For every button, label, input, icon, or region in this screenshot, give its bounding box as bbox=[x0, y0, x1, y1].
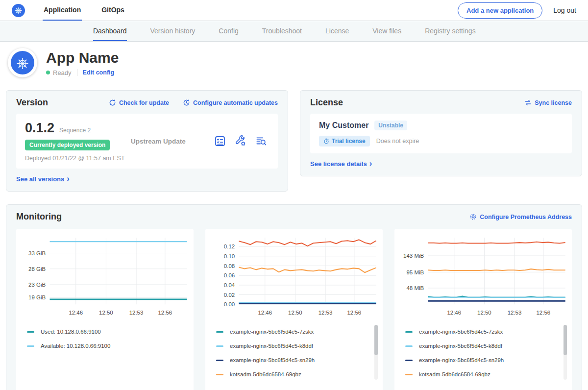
memory-usage-title: Memory Usage bbox=[399, 389, 569, 390]
cpu-usage-chart: 0.000.020.040.060.080.100.1212:4612:5012… bbox=[210, 234, 380, 320]
svg-text:0.12: 0.12 bbox=[224, 244, 235, 249]
legend-swatch bbox=[216, 345, 223, 347]
configure-automatic-updates-link[interactable]: Configure automatic updates bbox=[183, 99, 278, 106]
chevron-right-icon: › bbox=[369, 159, 372, 168]
check-for-update-link[interactable]: Check for update bbox=[109, 99, 169, 106]
svg-text:12:46: 12:46 bbox=[69, 310, 83, 316]
edit-config-link[interactable]: Edit config bbox=[83, 69, 115, 76]
helm-wheel-glyph: ⎈ bbox=[15, 6, 22, 15]
legend-item: example-nginx-5bc6f5d4c5-sn29h bbox=[405, 353, 569, 367]
subnav-tab-license[interactable]: License bbox=[325, 21, 349, 41]
disk-usage-title: Disk Usage bbox=[21, 389, 191, 390]
cpu-usage-card: 0.000.020.040.060.080.100.1212:4612:5012… bbox=[205, 229, 383, 390]
subnav-tab-view-files[interactable]: View files bbox=[372, 21, 401, 41]
divider bbox=[77, 69, 77, 76]
legend-label: example-nginx-5bc6f5d4c5-sn29h bbox=[419, 357, 504, 363]
configure-prometheus-link[interactable]: Configure Prometheus Address bbox=[469, 213, 572, 220]
subnav-tab-dashboard[interactable]: Dashboard bbox=[93, 21, 127, 41]
legend-swatch bbox=[405, 360, 413, 361]
legend-item: example-nginx-5bc6f5d4c5-k8ddf bbox=[405, 339, 569, 353]
svg-text:12:50: 12:50 bbox=[288, 310, 302, 316]
svg-text:12:53: 12:53 bbox=[508, 310, 522, 316]
gear-icon bbox=[469, 213, 477, 220]
legend-scrollbar-thumb[interactable] bbox=[564, 325, 567, 355]
edit-config-wrench-icon[interactable] bbox=[235, 135, 246, 147]
svg-text:12:50: 12:50 bbox=[99, 310, 113, 316]
svg-text:12:53: 12:53 bbox=[318, 310, 333, 316]
svg-text:48 MiB: 48 MiB bbox=[406, 285, 424, 291]
svg-text:12:46: 12:46 bbox=[447, 310, 461, 316]
refresh-icon bbox=[109, 99, 116, 106]
disk-usage-legend: Used: 10.128.0.66:9100Available: 10.128.… bbox=[21, 325, 191, 383]
ready-status-dot bbox=[46, 71, 50, 74]
legend-item: Used: 10.128.0.66:9100 bbox=[27, 325, 191, 339]
svg-text:33 GiB: 33 GiB bbox=[28, 250, 46, 256]
legend-swatch bbox=[405, 374, 413, 375]
upstream-update-label: Upstream Update bbox=[131, 138, 214, 145]
svg-text:0.04: 0.04 bbox=[224, 282, 235, 288]
svg-text:12:50: 12:50 bbox=[477, 310, 491, 316]
logout-link[interactable]: Log out bbox=[553, 6, 576, 14]
subnav-tab-version-history[interactable]: Version history bbox=[150, 21, 196, 41]
legend-scrollbar-thumb[interactable] bbox=[374, 325, 378, 355]
see-all-versions-link[interactable]: See all versions › bbox=[16, 175, 70, 183]
sync-license-link[interactable]: Sync license bbox=[524, 99, 572, 106]
legend-label: Available: 10.128.0.66:9100 bbox=[41, 343, 110, 349]
topnav-tab-gitops[interactable]: GitOps bbox=[100, 0, 125, 21]
customer-name: My Customer bbox=[319, 121, 368, 130]
monitoring-title: Monitoring bbox=[16, 212, 62, 222]
deployed-timestamp: Deployed 01/21/22 @ 11:57 am EST bbox=[25, 155, 131, 162]
legend-label: example-nginx-5bc6f5d4c5-k8ddf bbox=[230, 343, 313, 349]
legend-label: example-nginx-5bc6f5d4c5-k8ddf bbox=[419, 343, 502, 349]
svg-text:95 MiB: 95 MiB bbox=[406, 269, 424, 275]
channel-badge: Unstable bbox=[374, 121, 407, 130]
legend-item: example-nginx-5bc6f5d4c5-7zskx bbox=[405, 325, 569, 339]
version-card: Version Check for update Configure autom… bbox=[6, 90, 288, 192]
legend-item: example-nginx-5bc6f5d4c5-k8ddf bbox=[216, 339, 380, 353]
currently-deployed-badge: Currently deployed version bbox=[25, 140, 110, 150]
legend-swatch bbox=[27, 331, 34, 333]
svg-text:0.06: 0.06 bbox=[224, 272, 235, 278]
svg-text:12:46: 12:46 bbox=[258, 310, 272, 316]
app-header: ⎈ App Name Ready Edit config bbox=[0, 42, 588, 85]
legend-swatch bbox=[216, 360, 223, 361]
topnav-actions: Add a new application Log out bbox=[458, 2, 576, 19]
page-title: App Name bbox=[46, 49, 119, 66]
expiry-text: Does not expire bbox=[376, 138, 419, 145]
subnav-tab-registry-settings[interactable]: Registry settings bbox=[425, 21, 475, 41]
top-nav: ⎈ ApplicationGitOps Add a new applicatio… bbox=[0, 0, 588, 21]
subnav-tab-config[interactable]: Config bbox=[219, 21, 238, 41]
primary-nav: ApplicationGitOps bbox=[43, 0, 144, 21]
sequence-label: Sequence 2 bbox=[59, 127, 91, 134]
legend-swatch bbox=[27, 345, 34, 347]
see-license-details-link[interactable]: See license details › bbox=[310, 160, 372, 168]
view-diff-icon[interactable] bbox=[255, 135, 267, 147]
memory-usage-chart: 48 MiB95 MiB143 MiB12:4612:5012:5312:56 bbox=[399, 234, 569, 320]
legend-label: kotsadm-5db6dc6584-69qbz bbox=[419, 371, 490, 377]
legend-item: kotsadm-5db6dc6584-69qbz bbox=[216, 367, 380, 382]
legend-item: example-nginx-5bc6f5d4c5-sn29h bbox=[216, 353, 380, 367]
svg-text:0.10: 0.10 bbox=[224, 253, 235, 259]
license-card: License Sync license My Customer Unstabl… bbox=[300, 90, 582, 176]
topnav-tab-application[interactable]: Application bbox=[43, 0, 82, 21]
add-application-button[interactable]: Add a new application bbox=[458, 2, 542, 19]
legend-item: kotsadm-5db6dc6584-69qbz bbox=[405, 367, 569, 382]
svg-text:12:56: 12:56 bbox=[536, 310, 550, 316]
legend-label: example-nginx-5bc6f5d4c5-7zskx bbox=[230, 329, 314, 335]
charts-row: 19 GiB23 GiB28 GiB33 GiB12:4612:5012:531… bbox=[16, 229, 572, 390]
sync-arrows-icon bbox=[524, 99, 532, 106]
legend-scrollbar[interactable] bbox=[564, 325, 567, 380]
kubernetes-logo-icon[interactable]: ⎈ bbox=[12, 4, 25, 17]
svg-text:143 MiB: 143 MiB bbox=[403, 253, 424, 259]
subnav-tab-troubleshoot[interactable]: Troubleshoot bbox=[262, 21, 302, 41]
svg-text:19 GiB: 19 GiB bbox=[28, 294, 46, 300]
legend-swatch bbox=[405, 331, 413, 333]
memory-usage-legend: example-nginx-5bc6f5d4c5-7zskxexample-ng… bbox=[399, 325, 569, 383]
auto-update-clock-icon bbox=[183, 99, 190, 106]
legend-scrollbar[interactable] bbox=[374, 325, 378, 380]
legend-swatch bbox=[405, 345, 413, 347]
legend-label: kotsadm-5db6dc6584-69qbz bbox=[230, 371, 301, 377]
preflight-checks-icon[interactable] bbox=[214, 135, 226, 147]
disk-usage-chart: 19 GiB23 GiB28 GiB33 GiB12:4612:5012:531… bbox=[21, 234, 191, 320]
svg-text:12:56: 12:56 bbox=[158, 310, 172, 316]
